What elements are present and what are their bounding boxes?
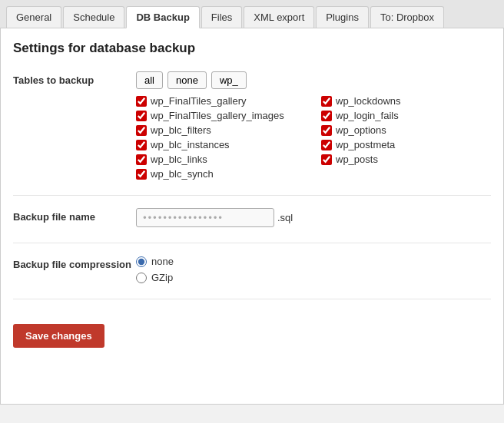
tables-label: Tables to backup [13, 71, 136, 86]
compression-none-label: none [151, 256, 174, 267]
table-checkbox-wp-blc-filters[interactable]: wp_blc_filters [136, 124, 306, 136]
tab-to-dropbox[interactable]: To: Dropbox [370, 6, 444, 28]
table-checkbox-wp-blc-synch[interactable]: wp_blc_synch [136, 168, 306, 180]
filename-input[interactable] [136, 208, 274, 227]
tabs-bar: General Schedule DB Backup Files XML exp… [0, 0, 504, 28]
page-title: Settings for database backup [13, 41, 491, 56]
table-checkbox-wp-login-fails[interactable]: wp_login_fails [321, 110, 491, 121]
table-checkbox-wp-blc-instances[interactable]: wp_blc_instances [136, 139, 306, 150]
table-preset-buttons: all none wp_ [136, 71, 491, 89]
compression-gzip-label: GZip [151, 272, 173, 283]
all-tables-button[interactable]: all [136, 71, 163, 89]
tab-db-backup[interactable]: DB Backup [126, 6, 199, 28]
compression-label: Backup file compression [13, 256, 136, 270]
filename-label: Backup file name [13, 208, 136, 223]
tab-schedule[interactable]: Schedule [63, 6, 124, 28]
tables-field: all none wp_ wp_FinalTiles_gallery wp_lo… [136, 71, 491, 180]
compression-gzip-radio[interactable] [136, 273, 147, 283]
tables-to-backup-row: Tables to backup all none wp_ wp_FinalTi… [13, 71, 491, 180]
table-checkbox-wp-options[interactable]: wp_options [321, 124, 491, 136]
tab-plugins[interactable]: Plugins [316, 6, 369, 28]
table-checkbox-wp-posts[interactable]: wp_posts [321, 154, 491, 165]
wp-tables-button[interactable]: wp_ [211, 71, 247, 89]
tables-checkboxes-grid: wp_FinalTiles_gallery wp_lockdowns wp_Fi… [136, 95, 491, 180]
tab-xml-export[interactable]: XML export [244, 6, 314, 28]
compression-none-item[interactable]: none [136, 256, 491, 267]
compression-radio-group: none GZip [136, 256, 491, 283]
filename-extension: .sql [277, 212, 293, 223]
divider-1 [13, 195, 491, 196]
tab-files[interactable]: Files [201, 6, 242, 28]
filename-input-row: .sql [136, 208, 491, 227]
table-checkbox-wp-finaltiles-gallery[interactable]: wp_FinalTiles_gallery [136, 95, 306, 107]
content-area: Settings for database backup Tables to b… [0, 28, 504, 405]
none-tables-button[interactable]: none [167, 71, 207, 89]
tab-general[interactable]: General [6, 6, 61, 28]
divider-2 [13, 243, 491, 243]
compression-field: none GZip [136, 256, 491, 283]
compression-none-radio[interactable] [136, 256, 147, 267]
table-checkbox-wp-blc-links[interactable]: wp_blc_links [136, 154, 306, 165]
table-checkbox-wp-lockdowns[interactable]: wp_lockdowns [321, 95, 491, 107]
filename-row: Backup file name .sql [13, 208, 491, 227]
table-checkbox-wp-postmeta[interactable]: wp_postmeta [321, 139, 491, 150]
filename-field: .sql [136, 208, 491, 227]
compression-gzip-item[interactable]: GZip [136, 272, 491, 283]
divider-3 [13, 299, 491, 299]
compression-row: Backup file compression none GZip [13, 256, 491, 283]
table-checkbox-wp-finaltiles-gallery-images[interactable]: wp_FinalTiles_gallery_images [136, 110, 306, 121]
save-changes-button[interactable]: Save changes [13, 324, 104, 348]
